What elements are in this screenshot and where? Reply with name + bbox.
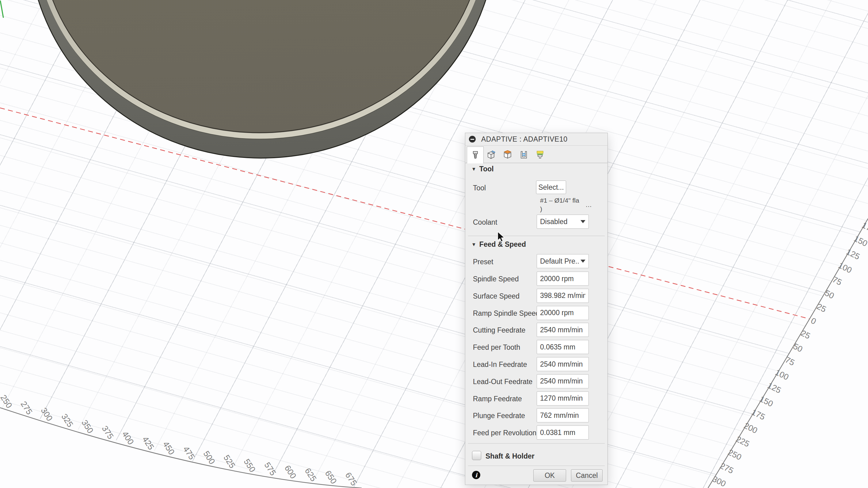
- field-input[interactable]: [537, 425, 589, 439]
- part-model[interactable]: [0, 0, 521, 172]
- chevron-down-icon: [581, 220, 585, 223]
- chevron-down-icon: ▼: [471, 166, 476, 172]
- tab-geometry[interactable]: [483, 147, 499, 163]
- passes-icon: [519, 150, 529, 160]
- chevron-down-icon: [581, 260, 585, 263]
- field-label: Ramp Spindle Speed: [473, 309, 539, 317]
- field-label: Lead-In Feedrate: [473, 361, 527, 369]
- heights-box-icon: [502, 150, 513, 160]
- field-label: Plunge Feedrate: [473, 412, 525, 420]
- tool-description-ellipsis: …: [585, 201, 592, 208]
- coolant-dropdown[interactable]: Disabled: [537, 215, 589, 229]
- adaptive-dialog: ADAPTIVE : ADAPTIVE10: [465, 133, 608, 485]
- divider: [468, 443, 605, 444]
- field-input[interactable]: [537, 340, 589, 354]
- tab-heights[interactable]: [499, 147, 516, 163]
- info-icon[interactable]: i: [472, 471, 480, 479]
- cancel-button[interactable]: Cancel: [571, 469, 602, 482]
- field-label: Spindle Speed: [473, 275, 519, 283]
- dialog-tabstrip: [465, 145, 608, 163]
- field-label: Lead-Out Feedrate: [473, 378, 532, 386]
- field-input[interactable]: [537, 306, 589, 320]
- preset-label: Preset: [473, 258, 493, 266]
- tool-select-button[interactable]: Select...: [536, 181, 566, 194]
- collapse-icon[interactable]: [469, 136, 476, 143]
- dialog-header[interactable]: ADAPTIVE : ADAPTIVE10: [465, 133, 608, 146]
- preset-dropdown[interactable]: Default Pre...: [537, 254, 589, 268]
- shaft-holder-checkbox[interactable]: [472, 451, 481, 460]
- tabstrip-border: [465, 163, 608, 163]
- field-label: Surface Speed: [473, 292, 520, 300]
- geometry-cube-icon: [486, 150, 497, 160]
- tool-description-line1: #1 – Ø1/4" fla: [540, 197, 579, 204]
- divider: [468, 236, 605, 236]
- section-header-tool[interactable]: ▼ Tool: [471, 165, 494, 173]
- field-label: Feed per Tooth: [473, 343, 520, 352]
- field-input[interactable]: [537, 357, 589, 371]
- field-input[interactable]: [537, 374, 589, 388]
- mouse-cursor: [497, 232, 506, 244]
- field-label: Feed per Revolution: [473, 429, 536, 437]
- field-label: Cutting Feedrate: [473, 326, 525, 334]
- linking-icon: [535, 150, 545, 160]
- chevron-down-icon: ▼: [471, 242, 476, 247]
- field-label: Ramp Feedrate: [473, 395, 522, 403]
- field-input[interactable]: [537, 289, 589, 303]
- tab-tool[interactable]: [467, 147, 484, 163]
- tab-linking[interactable]: [532, 147, 548, 163]
- ok-button[interactable]: OK: [533, 469, 566, 482]
- tool-description-line2: ): [540, 205, 542, 213]
- field-input[interactable]: [537, 391, 589, 405]
- divider: [468, 466, 605, 466]
- fusion-cam-viewport[interactable]: 2502753003253503754004254504755005255505…: [0, 0, 868, 488]
- coolant-label: Coolant: [473, 218, 497, 226]
- field-input[interactable]: [537, 272, 589, 286]
- dialog-title: ADAPTIVE : ADAPTIVE10: [481, 135, 568, 144]
- tool-bit-icon: [470, 150, 480, 160]
- tab-passes[interactable]: [516, 147, 532, 163]
- shaft-holder-label: Shaft & Holder: [486, 452, 534, 460]
- field-input[interactable]: [537, 408, 589, 422]
- tool-label: Tool: [473, 184, 486, 192]
- field-input[interactable]: [537, 323, 589, 337]
